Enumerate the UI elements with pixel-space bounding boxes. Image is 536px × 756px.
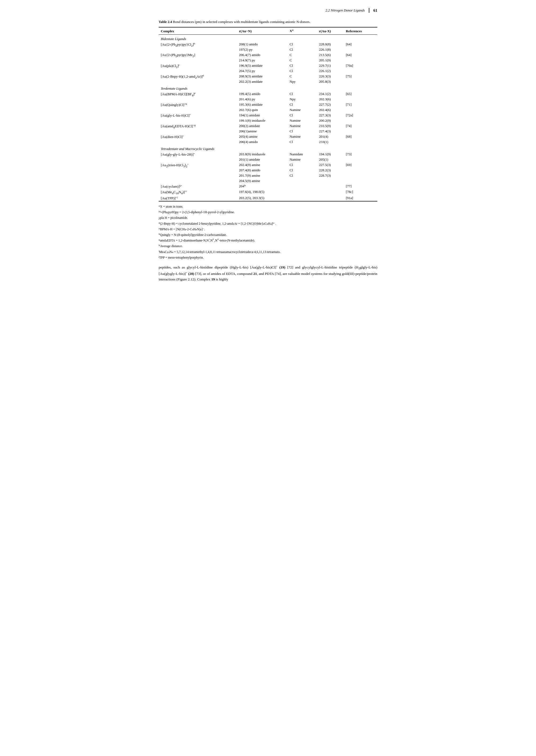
table-caption: Table 2.4 Bond distances (pm) in selecte… <box>159 19 377 24</box>
footnotes: ᵃX = atom in trans.ᵇ²-(Ph₂pyrH)py = 2-(3… <box>159 204 377 260</box>
rAuN-cell: 206(1)amine <box>237 128 287 134</box>
col-complex: Complex <box>159 27 237 34</box>
rAuX-cell: 233(1) <box>317 139 344 145</box>
X-cell: Cl <box>287 68 317 74</box>
section-title: Terdentate Ligands <box>159 84 377 91</box>
X-cell: Cl <box>287 167 317 173</box>
X-cell <box>287 184 317 189</box>
table-row: [Au(gly-L-his-H)Cl]+194(1) amidateCl227.… <box>159 113 377 118</box>
table-row: [Au(amd4EDTA-H)Cl]+g200(2) amidateNamine… <box>159 123 377 128</box>
section-title: Tetradentate and Macrocyclic Ligands <box>159 145 377 152</box>
reference-cell: [65] <box>344 91 377 96</box>
rAuX-cell: 228.0(8) <box>317 42 344 47</box>
rAuN-cell: 202.4(9) amine <box>237 162 287 167</box>
rAuX-cell: 228.2(3) <box>317 167 344 173</box>
rAuX-cell: 201(4) <box>317 134 344 139</box>
footnote-item: ᶚpla H = picolinamide. <box>159 215 377 220</box>
rAuN-cell: 202.2(3) amidate <box>237 79 287 84</box>
complex-cell: [Au2(trien-H)Cl3]2+ <box>159 162 237 184</box>
X-cell: Cl <box>287 47 317 52</box>
rAuN-cell: 201(1) amidate <box>237 157 287 162</box>
complex-cell: [Au(2-Bnpy-H)(1,2-amd2Ar)]d <box>159 74 237 84</box>
col-rAuX: r(Au-X) <box>317 27 344 34</box>
rAuX-cell: 200.2(9) <box>317 118 344 123</box>
complex-cell: [Au(cyclam)]³+ <box>159 184 237 189</box>
reference-cell: [71] <box>344 102 377 107</box>
complex-cell: [Au{2-(Ph2pyr)py}Cl2]b <box>159 42 237 52</box>
X-cell: Namine <box>287 134 317 139</box>
rAuX-cell: 226.3(3) <box>317 74 344 79</box>
reference-cell <box>344 173 377 178</box>
X-cell: Cl <box>287 162 317 167</box>
X-cell: Namine <box>287 107 317 113</box>
footnote-item: ʲTPP = meso-tetraphenylporphyrin. <box>159 255 377 260</box>
rAuN-cell: 206(4) amido <box>237 139 287 145</box>
rAuN-cell: 199.4(5) amido <box>237 91 287 96</box>
table-row: [Au(gly-gly-L-his-2H)]+203.8(9) imidazol… <box>159 152 377 157</box>
rAuN-cell: 201.7(9) amine <box>237 173 287 178</box>
complex-cell: [Au(gly-gly-L-his-2H)]+ <box>159 152 237 162</box>
reference-cell <box>344 139 377 145</box>
X-cell: Namine <box>287 157 317 162</box>
rAuN-cell: 196.9(5) amidate <box>237 63 287 68</box>
section-header-row: Terdentate Ligands <box>159 84 377 91</box>
X-cell: C <box>287 58 317 63</box>
footnote-item: ᵃX = atom in trans. <box>159 204 377 209</box>
rAuN-cell: 200(2) amidate <box>237 123 287 128</box>
table-row: [Au(BPMA-H)Cl][BF4]e199.4(5) amidoCl234.… <box>159 91 377 96</box>
table-caption-text: Bond distances (pm) in selected complexe… <box>172 20 310 24</box>
reference-cell: [91a] <box>344 195 377 201</box>
rAuX-cell: 202.4(6) <box>317 107 344 113</box>
X-cell <box>287 178 317 184</box>
reference-cell: [73] <box>344 152 377 157</box>
col-X: Xa <box>287 27 317 34</box>
table-header-row: Complex r(Au−N) Xa r(Au-X) References <box>159 27 377 34</box>
rAuN-cell: 208.9(3) amidate <box>237 74 287 79</box>
table-row: [Au(TPP)]+j203.2(5), 203.3(5)[91a] <box>159 195 377 201</box>
rAuX-cell <box>317 195 344 201</box>
complex-cell: [Au{2-(Ph2pyr)py}Me2] <box>159 52 237 63</box>
reference-cell <box>344 167 377 173</box>
page-header: 2.2 Nitrogen Donor Ligands 61 <box>159 8 377 14</box>
reference-cell <box>344 178 377 184</box>
complex-cell: [Au(TPP)]+j <box>159 195 237 201</box>
col-references: References <box>344 27 377 34</box>
table-row: [Au{2-(Ph2pyr)py}Cl2]b208(1) amidoCl228.… <box>159 42 377 47</box>
rAuX-cell: 227.3(3) <box>317 113 344 118</box>
rAuN-cell: 204.5(9) amine <box>237 178 287 184</box>
reference-cell <box>344 79 377 84</box>
X-cell: Cl <box>287 102 317 107</box>
footnote-item: ᵉBPMA-H = [N(CH₂-2-C₅H₄N)₂]⁻. <box>159 227 377 232</box>
rAuN-cell: 197.6(4), 198.0(5) <box>237 189 287 195</box>
body-text: peptides, such as glycyl-L-histidine dip… <box>159 264 377 282</box>
complex-cell: [Au(pla)Cl2]c <box>159 63 237 74</box>
rAuX-cell: 226.1(8) <box>317 47 344 52</box>
rAuN-cell: 203.2(5), 203.3(5) <box>237 195 287 201</box>
X-cell: Cl <box>287 91 317 96</box>
X-cell: Cl <box>287 63 317 68</box>
rAuX-cell: 227.7(2) <box>317 102 344 107</box>
X-cell: C <box>287 74 317 79</box>
rAuN-cell: 195.3(6) amidate <box>237 102 287 107</box>
section-header-row: Bidentate Ligands <box>159 34 377 42</box>
rAuN-cell: 197(2) py <box>237 47 287 52</box>
table-row: [Au(Me4C10N4)]+ⁱ197.6(4), 198.0(5)[78c] <box>159 189 377 195</box>
reference-cell: [74] <box>344 123 377 128</box>
page-number: 61 <box>373 8 377 13</box>
table-row: [Au(cyclam)]³+204ʰ[77] <box>159 184 377 189</box>
footnote-item: ʰQuingly = N-(8-quinolyl)pyridine-2-carb… <box>159 233 377 237</box>
rAuN-cell: 207.4(8) amido <box>237 167 287 173</box>
rAuN-cell: 204ʰ <box>237 184 287 189</box>
rAuX-cell: 234.1(2) <box>317 91 344 96</box>
reference-cell: [69] <box>344 162 377 167</box>
X-cell: Cl <box>287 139 317 145</box>
rAuN-cell: 214.9(7) py <box>237 58 287 63</box>
X-cell <box>287 195 317 201</box>
X-cell: Namidate <box>287 152 317 157</box>
X-cell: Namine <box>287 118 317 123</box>
reference-cell: [68] <box>344 134 377 139</box>
rAuN-cell: 202.7(6) quin <box>237 107 287 113</box>
footnote-item: ⁱMe₄C₁₀N₄ = 5,7,12,14-tetramethyl-1,4,8,… <box>159 249 377 255</box>
rAuX-cell: 213.5(6) <box>317 52 344 58</box>
col-rAuN: r(Au−N) <box>237 27 287 34</box>
